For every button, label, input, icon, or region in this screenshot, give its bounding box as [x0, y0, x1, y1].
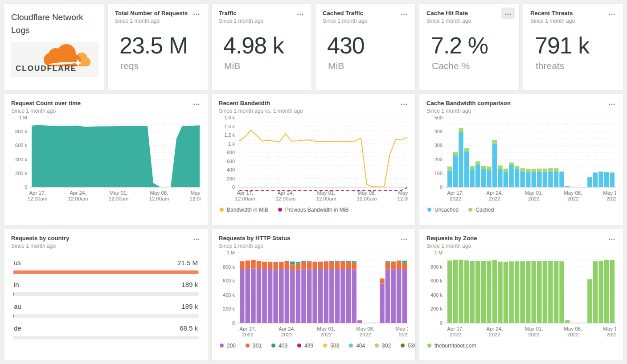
svg-text:500: 500 — [434, 115, 443, 120]
panel-menu-button[interactable]: ... — [398, 98, 411, 109]
country-value: 21.5 M — [177, 259, 198, 266]
svg-text:May 15,2022: May 15,2022 — [603, 190, 616, 201]
stat-value: 791 k — [535, 34, 616, 57]
panel-requests-by-zone: Requests by Zone Since 1 month ago ... 0… — [419, 229, 623, 360]
panel-menu-button[interactable]: ... — [190, 8, 203, 19]
svg-text:1 M: 1 M — [19, 115, 27, 120]
svg-text:May 01,2022: May 01,2022 — [525, 326, 543, 337]
legend-dot-icon — [375, 344, 379, 348]
cache-bandwidth-legend: UncachedCached — [426, 203, 616, 213]
svg-text:May 01,2022: May 01,2022 — [317, 326, 335, 337]
panel-subtitle: Since 1 month ago — [219, 243, 408, 249]
legend-dot-icon — [271, 344, 275, 348]
legend-item-uncached[interactable]: Uncached — [427, 207, 459, 213]
svg-text:800 k: 800 k — [15, 129, 27, 134]
country-value: 189 k — [181, 303, 198, 310]
panel-menu-button[interactable]: ... — [501, 8, 515, 19]
legend-dot-icon — [427, 344, 431, 348]
country-bar-fill — [13, 270, 199, 274]
svg-text:0: 0 — [232, 320, 235, 326]
svg-text:May 08,2022: May 08,2022 — [356, 326, 374, 337]
panel-title: Requests by Zone — [426, 235, 616, 241]
svg-text:1.2 k: 1.2 k — [224, 132, 235, 138]
legend-item-theburritobot.com[interactable]: theburritobot.com — [427, 343, 476, 349]
legend-dot-icon — [427, 208, 431, 212]
legend-dot-icon — [349, 344, 353, 348]
zone-chart[interactable]: 0200 k400 k600 k800 k1 MApr 17,2022Apr 2… — [426, 249, 616, 339]
cloudflare-wordmark: CLOUDFLARE' — [16, 64, 78, 73]
panel-menu-button[interactable]: ... — [605, 98, 619, 109]
svg-text:Apr 24,2022: Apr 24,2022 — [486, 190, 503, 201]
panel-title: Recent Threats — [530, 10, 616, 16]
legend-dot-icon — [246, 344, 250, 348]
legend-item-301[interactable]: 301 — [246, 343, 262, 349]
svg-text:Apr 17,2022: Apr 17,2022 — [447, 326, 463, 337]
stat-card-cache-hit-rate: Cache Hit Rate Since 1 month ago ... 7.2… — [419, 4, 520, 90]
svg-text:May 08,2022: May 08,2022 — [564, 190, 582, 201]
legend-item-200[interactable]: 200 — [220, 343, 236, 349]
country-bar-fill — [13, 292, 14, 296]
svg-text:0: 0 — [440, 184, 443, 190]
stat-card-traffic: Traffic Since 1 month ago ... 4.98 k MiB — [211, 4, 312, 90]
svg-text:May 08,12:00am: May 08,12:00am — [149, 190, 169, 201]
http-status-chart[interactable]: 0200 k400 k600 k800 k1 MApr 17,2022Apr 2… — [219, 249, 408, 339]
legend-item-404[interactable]: 404 — [349, 343, 365, 349]
country-row-us: us21.5 M — [13, 259, 199, 274]
legend-item-previous-bandwidth-in-mib[interactable]: Previous Bandwidth in MiB — [278, 207, 349, 213]
country-label: au — [14, 303, 21, 310]
stat-unit: threats — [536, 61, 616, 71]
svg-text:400: 400 — [227, 167, 235, 172]
cache-bandwidth-chart[interactable]: 0100200300400500Apr 17,2022Apr 24,2022Ma… — [426, 114, 616, 203]
svg-text:May 15,2022: May 15,2022 — [603, 326, 616, 337]
svg-text:Apr 24,12:00am: Apr 24,12:00am — [276, 190, 296, 201]
panel-subtitle: Since 1 month ago vs. 1 month ago — [219, 108, 408, 114]
svg-text:400 k: 400 k — [15, 157, 27, 162]
panel-menu-button[interactable]: ... — [605, 8, 619, 19]
legend-dot-icon — [297, 344, 301, 348]
svg-text:May 15,12:00am: May 15,12:00am — [190, 190, 201, 201]
stat-unit: Cache % — [432, 61, 512, 71]
panel-menu-button[interactable]: ... — [398, 233, 411, 244]
panel-menu-button[interactable]: ... — [190, 233, 203, 244]
svg-text:800 k: 800 k — [430, 264, 443, 270]
legend-dot-icon — [323, 344, 327, 348]
panel-subtitle: Since 1 month ago — [115, 18, 201, 24]
country-label: us — [14, 259, 21, 266]
svg-text:800: 800 — [227, 150, 235, 155]
dashboard-title-card: Cloudflare Network Logs CLOUDFLARE' — [4, 4, 104, 90]
bandwidth-chart[interactable]: 02004006008001 k1.2 k1.4 k1.6 kApr 17,12… — [219, 114, 408, 203]
panel-subtitle: Since 1 month ago — [11, 108, 201, 114]
country-bar-track — [13, 336, 199, 339]
svg-text:May 15,12:00am: May 15,12:00am — [398, 190, 408, 201]
country-label: in — [14, 281, 19, 288]
svg-text:200: 200 — [227, 176, 235, 181]
panel-menu-button[interactable]: ... — [190, 98, 203, 109]
panel-subtitle: Since 1 month ago — [426, 108, 616, 114]
svg-text:Apr 17,2022: Apr 17,2022 — [447, 190, 463, 201]
svg-text:400 k: 400 k — [223, 292, 235, 298]
svg-text:200 k: 200 k — [430, 306, 443, 311]
svg-text:200: 200 — [434, 157, 443, 162]
panel-menu-button[interactable]: ... — [294, 8, 307, 19]
trademark-mark: ' — [77, 64, 78, 69]
legend-item-302[interactable]: 302 — [375, 343, 391, 349]
panel-menu-button[interactable]: ... — [605, 233, 619, 244]
panel-subtitle: Since 1 month ago — [426, 18, 512, 24]
panel-menu-button[interactable]: ... — [398, 8, 411, 19]
legend-item-503[interactable]: 503 — [323, 343, 339, 349]
legend-item-403[interactable]: 403 — [271, 343, 287, 349]
legend-item-499[interactable]: 499 — [297, 343, 313, 349]
panel-title: Total Number of Requests — [115, 10, 201, 16]
stat-unit: MiB — [224, 61, 304, 71]
stat-value: 4.98 k — [223, 34, 304, 57]
bandwidth-legend: Bandwidth in MiBPrevious Bandwidth in Mi… — [219, 203, 408, 213]
legend-item-cached[interactable]: Cached — [468, 207, 494, 213]
request-count-chart[interactable]: 0200 k400 k600 k800 k1 MApr 17,12:00amAp… — [11, 114, 201, 203]
svg-text:1 M: 1 M — [434, 250, 443, 255]
legend-item-530[interactable]: 530 — [401, 343, 416, 349]
legend-dot-icon — [401, 344, 405, 348]
svg-text:100: 100 — [434, 171, 443, 176]
stat-card-total-requests: Total Number of Requests Since 1 month a… — [107, 4, 208, 90]
zone-legend: theburritobot.com — [426, 339, 616, 349]
legend-item-bandwidth-in-mib[interactable]: Bandwidth in MiB — [220, 207, 268, 213]
